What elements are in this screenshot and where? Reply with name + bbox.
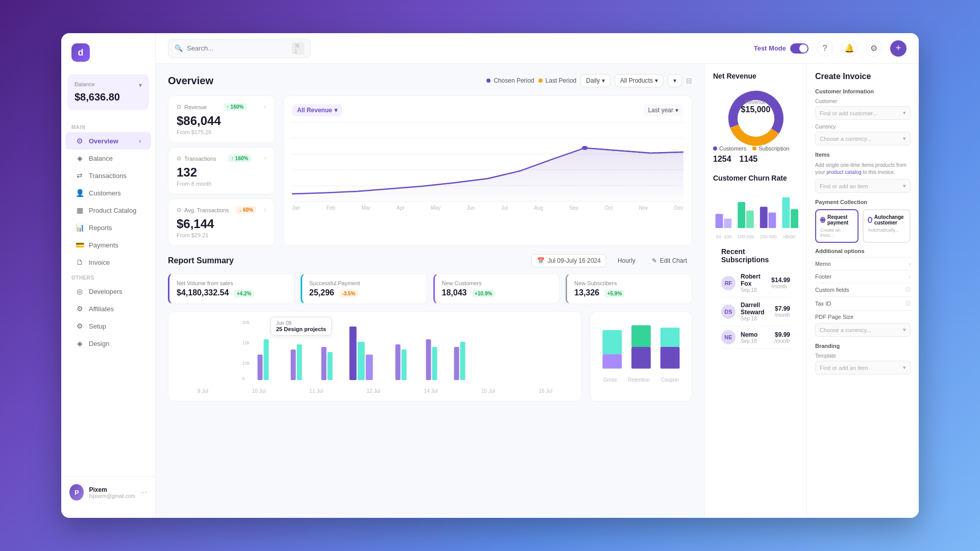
bar-x-14jul: 14 Jul	[424, 388, 438, 394]
sidebar-item-payments[interactable]: 💳 Payments	[65, 236, 151, 254]
churn-section: Customer Churn Rate	[713, 174, 798, 239]
autochange-option[interactable]: Autochange customer Automatically...	[863, 209, 911, 243]
sidebar-item-product-catalog[interactable]: ▦ Product Catalog	[65, 202, 151, 219]
sidebar-item-reports[interactable]: 📊 Reports	[65, 219, 151, 236]
pdf-select-chevron: ▾	[903, 327, 906, 333]
additional-options-title: Additional options	[815, 248, 911, 254]
currency-select-placeholder: Choose a currency...	[820, 136, 871, 142]
filter-icon[interactable]: ⊟	[686, 77, 692, 85]
avg-transactions-metric-card: ⊙ Avg. Transactions ↓ 60% ↑ $6,144 From …	[168, 198, 275, 246]
all-products-label: All Products	[620, 77, 653, 84]
date-range-label: Jul 09-July 16 2024	[548, 257, 601, 264]
sidebar-item-overview[interactable]: ⊙ Overview ›	[65, 132, 151, 149]
template-select[interactable]: Find or add an item ▾	[815, 361, 911, 374]
footer-option[interactable]: Footer ›	[815, 270, 911, 283]
last-year-select[interactable]: Last year ▾	[643, 104, 683, 116]
items-select[interactable]: Find or add an item ▾	[815, 179, 911, 193]
test-mode-toggle[interactable]	[790, 43, 808, 54]
search-box[interactable]: 🔍 ⌘ 1	[168, 39, 311, 58]
report-date-range[interactable]: 📅 Jul 09-July 16 2024	[531, 254, 606, 267]
svg-rect-23	[432, 347, 437, 380]
tooltip-value: 25 Design projects	[276, 326, 326, 332]
last-period-filter[interactable]: Last Period	[538, 77, 577, 84]
app-logo-icon[interactable]: d	[71, 43, 90, 62]
svg-text:20k: 20k	[242, 320, 250, 325]
chart-x-mar: Mar	[361, 205, 370, 211]
report-hourly-select[interactable]: Hourly	[612, 255, 641, 267]
chart-x-oct: Oct	[605, 205, 613, 211]
stacked-bar-chart: Gross Retention Coupon	[590, 311, 692, 402]
help-icon[interactable]: ?	[817, 40, 833, 57]
sidebar-item-design[interactable]: ◈ Design	[65, 335, 151, 352]
revenue-badge: ↑ 160%	[224, 103, 247, 111]
add-button[interactable]: +	[890, 40, 906, 57]
footer-expand-icon: ›	[909, 274, 911, 280]
sidebar-item-label: Overview	[89, 137, 118, 145]
subscription-legend-label: Subscription	[758, 145, 790, 152]
sidebar-item-customers[interactable]: 👤 Customers	[65, 184, 151, 202]
product-catalog-link[interactable]: product catalog	[826, 169, 861, 175]
revenue-upload-icon[interactable]: ↑	[263, 104, 266, 111]
legend-stats: 1254 1145	[713, 155, 798, 164]
autochange-radio	[868, 217, 872, 223]
catalog-icon: ▦	[76, 206, 84, 214]
chart-x-may: May	[431, 205, 440, 211]
svg-rect-26	[602, 330, 622, 354]
revenue-label: ⊙ Revenue	[177, 104, 207, 110]
sidebar-item-balance[interactable]: ◈ Balance	[65, 149, 151, 167]
customers-icon: 👤	[76, 189, 84, 197]
user-name: Pixem	[89, 486, 135, 493]
stat-label-0: Net Volume from sales	[177, 280, 287, 286]
avg-transactions-upload-icon[interactable]: ↑	[263, 207, 266, 214]
svg-rect-42	[791, 209, 798, 228]
sidebar-item-developers[interactable]: ◎ Developers	[65, 283, 151, 300]
chosen-period-filter[interactable]: Chosen Period	[486, 77, 534, 84]
pdf-page-size-select[interactable]: Choose a currency... ▾	[815, 323, 911, 337]
all-products-select[interactable]: All Products ▾	[615, 74, 664, 87]
stat-badge-3: +5.9%	[605, 290, 625, 297]
balance-chevron-icon[interactable]: ▾	[139, 82, 142, 89]
chart-x-jun: Jun	[467, 205, 475, 211]
transactions-label: ⊙ Transactions	[177, 155, 216, 162]
bar-x-16jul: 16 Jul	[538, 388, 552, 394]
extra-chevron-icon: ▾	[673, 77, 676, 84]
bar-x-10jul: 10 Jul	[252, 388, 266, 394]
customer-select[interactable]: Find or add customer... ▾	[815, 106, 911, 120]
sidebar-item-invoice[interactable]: 🗋 Invoice	[65, 254, 151, 271]
pdf-page-size-option[interactable]: PDF Page Size	[815, 310, 911, 323]
transactions-sub: From 8 month	[177, 181, 266, 187]
sidebar-item-setup[interactable]: ⚙ Setup	[65, 317, 151, 335]
chart-x-nov: Nov	[639, 205, 648, 211]
all-revenue-select[interactable]: All Revenue ▾	[292, 104, 342, 116]
user-info: Pixem hipixem@gmail.com	[89, 486, 135, 499]
settings-icon[interactable]: ⚙	[866, 40, 882, 57]
currency-select-chevron: ▾	[903, 135, 906, 142]
churn-x-100-200: 100-200	[737, 234, 754, 239]
user-menu-button[interactable]: ···	[140, 488, 147, 497]
daily-select[interactable]: Daily ▾	[580, 74, 610, 87]
sub-info-1: Darrell Steward Sep 18	[741, 302, 769, 321]
custom-fields-label: Custom fields	[815, 287, 849, 293]
search-input[interactable]	[187, 44, 288, 52]
customer-select-chevron: ▾	[903, 110, 906, 116]
tax-id-option[interactable]: Tax ID ⓘ	[815, 296, 911, 310]
extra-filter-select[interactable]: ▾	[668, 74, 682, 87]
edit-chart-button[interactable]: ✎ Edit Chart	[647, 255, 692, 267]
svg-point-6	[582, 146, 588, 150]
user-email: hipixem@gmail.com	[89, 493, 135, 499]
sidebar-item-affiliates[interactable]: ⚙ Affiliates	[65, 300, 151, 317]
sidebar-item-label: Transactions	[89, 172, 127, 180]
report-section: Report Summary 📅 Jul 09-July 16 2024 Hou…	[168, 254, 692, 402]
custom-fields-option[interactable]: Custom fields ⓘ	[815, 283, 911, 296]
daily-chevron-icon: ▾	[602, 77, 605, 84]
stat-card-new-customers: New Customers 18,043 +10.9%	[433, 273, 560, 304]
sidebar-item-transactions[interactable]: ⇄ Transactions	[65, 167, 151, 184]
memo-option[interactable]: Memo ›	[815, 257, 911, 270]
request-payment-option[interactable]: Request payment Create an invoi...	[815, 209, 859, 243]
currency-select[interactable]: Choose a currency... ▾	[815, 132, 911, 145]
notifications-icon[interactable]: 🔔	[841, 40, 857, 57]
avg-transactions-sub: From $29.21	[177, 232, 266, 238]
svg-rect-13	[291, 349, 296, 380]
transactions-upload-icon[interactable]: ↑	[263, 155, 266, 162]
chart-x-feb: Feb	[327, 205, 335, 211]
